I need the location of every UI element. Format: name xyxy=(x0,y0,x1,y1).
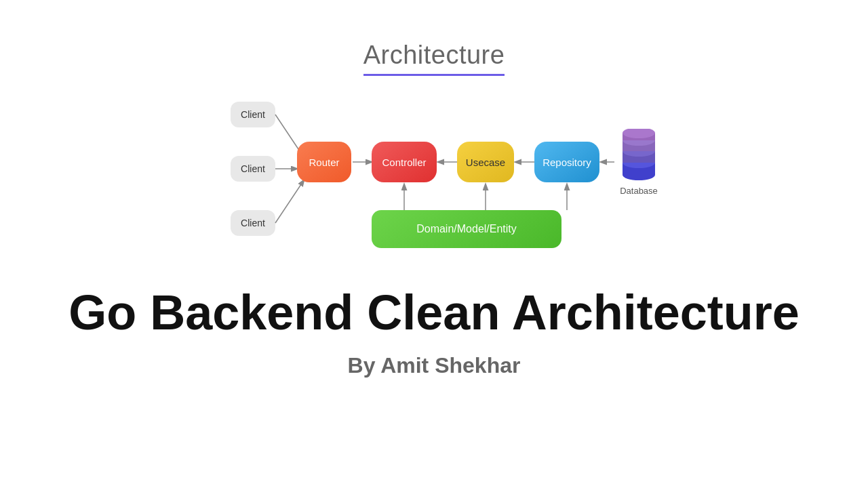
client-node-bottom: Client xyxy=(231,210,275,236)
architecture-title: Architecture xyxy=(363,41,505,76)
controller-node: Controller xyxy=(372,142,437,182)
router-node: Router xyxy=(297,142,351,182)
main-heading: Go Backend Clean Architecture xyxy=(68,286,800,340)
client-node-middle: Client xyxy=(231,156,275,182)
database-label: Database xyxy=(620,186,658,196)
database-container: Database xyxy=(617,129,660,196)
database-icon xyxy=(617,129,660,183)
client-node-top: Client xyxy=(231,102,275,127)
sub-heading: By Amit Shekhar xyxy=(348,353,521,378)
architecture-diagram: Client Client Client xyxy=(224,96,644,259)
svg-line-2 xyxy=(275,180,304,223)
repository-node: Repository xyxy=(534,142,599,182)
usecase-node: Usecase xyxy=(457,142,514,182)
domain-node: Domain/Model/Entity xyxy=(372,210,561,248)
